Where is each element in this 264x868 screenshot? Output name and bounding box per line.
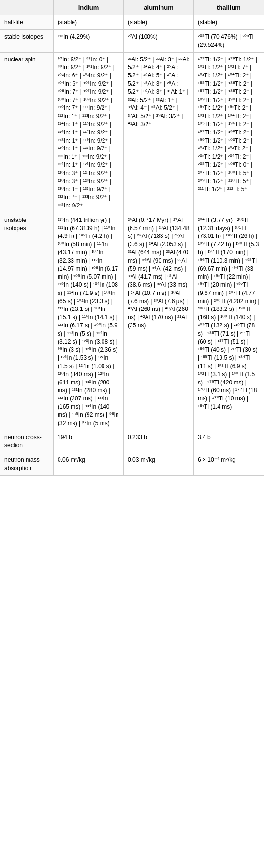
cell-thallium: ¹⁷⁷Tl: 1/2⁺ | ¹⁷⁹Tl: 1/2⁺ | ¹⁸¹Tl: 1/2⁺ … (194, 52, 264, 213)
table-row: neutron mass absorption0.06 m²/kg0.03 m²… (0, 453, 264, 476)
table-row: stable isotopes¹¹³In (4.29%)²⁷Al (100%)²… (0, 29, 264, 52)
table-row: unstable isotopes¹¹⁵In (441 trillion yr)… (0, 213, 264, 430)
header-thallium: thallium (194, 0, 264, 15)
cell-aluminum: ²⁷Al (100%) (124, 29, 194, 52)
row-label: unstable isotopes (0, 213, 54, 430)
cell-aluminum: 0.03 m²/kg (124, 453, 194, 476)
cell-aluminum: ²¹Al: 5/2⁺ | ²²Al: 3⁺ | ²³Al: 5/2⁺ | ²⁴A… (124, 52, 194, 213)
table-row: half-life(stable)(stable)(stable) (0, 15, 264, 30)
header-empty (0, 0, 54, 15)
row-label: half-life (0, 15, 54, 30)
row-label: neutron mass absorption (0, 453, 54, 476)
cell-aluminum: ²⁶Al (0.717 Myr) | ²⁹Al (6.57 min) | ²⁸A… (124, 213, 194, 430)
cell-thallium: (stable) (194, 15, 264, 30)
cell-indium: (stable) (54, 15, 124, 30)
cell-thallium: ²⁰⁴Tl (3.77 yr) | ²⁰²Tl (12.31 days) | ²… (194, 213, 264, 430)
header-indium: indium (54, 0, 124, 15)
row-label: nuclear spin (0, 52, 54, 213)
cell-indium: 194 b (54, 430, 124, 453)
cell-aluminum: (stable) (124, 15, 194, 30)
cell-indium: 0.06 m²/kg (54, 453, 124, 476)
cell-thallium: 6 × 10⁻⁴ m²/kg (194, 453, 264, 476)
header-aluminum: aluminum (124, 0, 194, 15)
row-label: neutron cross-section (0, 430, 54, 453)
table-row: neutron cross-section194 b0.233 b3.4 b (0, 430, 264, 453)
row-label: stable isotopes (0, 29, 54, 52)
cell-indium: ¹¹⁵In (441 trillion yr) | ¹¹¹In (67.3139… (54, 213, 124, 430)
comparison-table: indium aluminum thallium half-life(stabl… (0, 0, 264, 476)
cell-thallium: ²⁰⁵Tl (70.476%) | ²⁰³Tl (29.524%) (194, 29, 264, 52)
cell-indium: ⁹⁷In: 9/2⁺ | ⁹⁸In: 0⁺ | ⁹⁹In: 9/2⁺ | ¹⁰¹… (54, 52, 124, 213)
cell-aluminum: 0.233 b (124, 430, 194, 453)
cell-thallium: 3.4 b (194, 430, 264, 453)
table-row: nuclear spin⁹⁷In: 9/2⁺ | ⁹⁸In: 0⁺ | ⁹⁹In… (0, 52, 264, 213)
cell-indium: ¹¹³In (4.29%) (54, 29, 124, 52)
